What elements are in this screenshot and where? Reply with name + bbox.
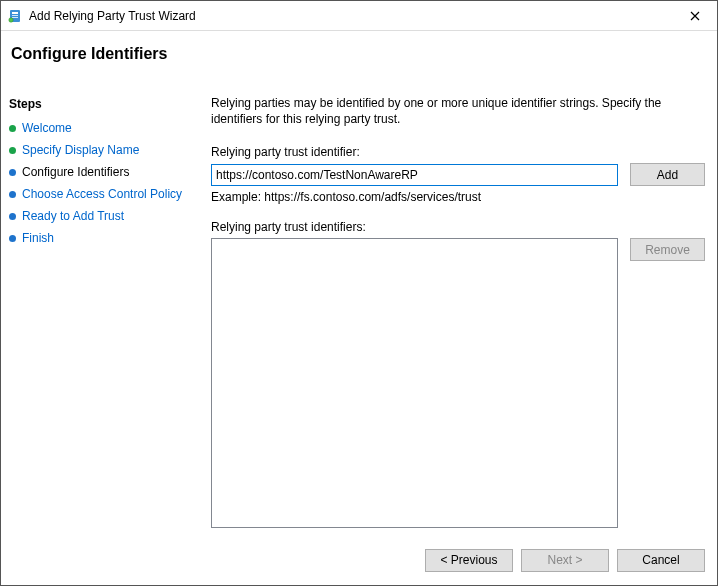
wizard-footer: < Previous Next > Cancel (1, 535, 717, 585)
add-button[interactable]: Add (630, 163, 705, 186)
sidebar-item-configure-identifiers[interactable]: Configure Identifiers (7, 161, 195, 183)
sidebar-item-label: Ready to Add Trust (22, 209, 124, 223)
page-title: Configure Identifiers (1, 31, 717, 93)
next-button[interactable]: Next > (521, 549, 609, 572)
svg-rect-1 (12, 12, 18, 14)
sidebar-item-finish[interactable]: Finish (7, 227, 195, 249)
window-title: Add Relying Party Trust Wizard (29, 9, 672, 23)
step-indicator-icon (9, 235, 16, 242)
sidebar-item-label: Choose Access Control Policy (22, 187, 182, 201)
intro-text: Relying parties may be identified by one… (211, 95, 705, 127)
example-text: Example: https://fs.contoso.com/adfs/ser… (211, 190, 705, 204)
sidebar-item-label: Configure Identifiers (22, 165, 129, 179)
title-bar: Add Relying Party Trust Wizard (1, 1, 717, 31)
identifiers-list-label: Relying party trust identifiers: (211, 220, 705, 234)
sidebar-item-ready[interactable]: Ready to Add Trust (7, 205, 195, 227)
step-indicator-icon (9, 125, 16, 132)
sidebar-item-label: Finish (22, 231, 54, 245)
identifier-input[interactable] (211, 164, 618, 186)
cancel-button[interactable]: Cancel (617, 549, 705, 572)
sidebar-item-display-name[interactable]: Specify Display Name (7, 139, 195, 161)
wizard-window: Add Relying Party Trust Wizard Configure… (0, 0, 718, 586)
steps-sidebar: Steps Welcome Specify Display Name Confi… (1, 93, 201, 535)
wizard-body: Steps Welcome Specify Display Name Confi… (1, 93, 717, 535)
svg-rect-2 (12, 15, 18, 16)
step-indicator-icon (9, 213, 16, 220)
step-indicator-icon (9, 191, 16, 198)
previous-button[interactable]: < Previous (425, 549, 513, 572)
steps-heading: Steps (7, 93, 195, 117)
svg-point-4 (9, 17, 13, 21)
identifier-label: Relying party trust identifier: (211, 145, 705, 159)
sidebar-item-label: Specify Display Name (22, 143, 139, 157)
svg-rect-3 (12, 17, 18, 18)
app-icon (7, 8, 23, 24)
sidebar-item-label: Welcome (22, 121, 72, 135)
sidebar-item-welcome[interactable]: Welcome (7, 117, 195, 139)
close-button[interactable] (672, 1, 717, 31)
sidebar-item-access-control[interactable]: Choose Access Control Policy (7, 183, 195, 205)
step-indicator-icon (9, 169, 16, 176)
remove-button[interactable]: Remove (630, 238, 705, 261)
step-indicator-icon (9, 147, 16, 154)
main-panel: Relying parties may be identified by one… (201, 93, 717, 535)
identifiers-listbox[interactable] (211, 238, 618, 528)
